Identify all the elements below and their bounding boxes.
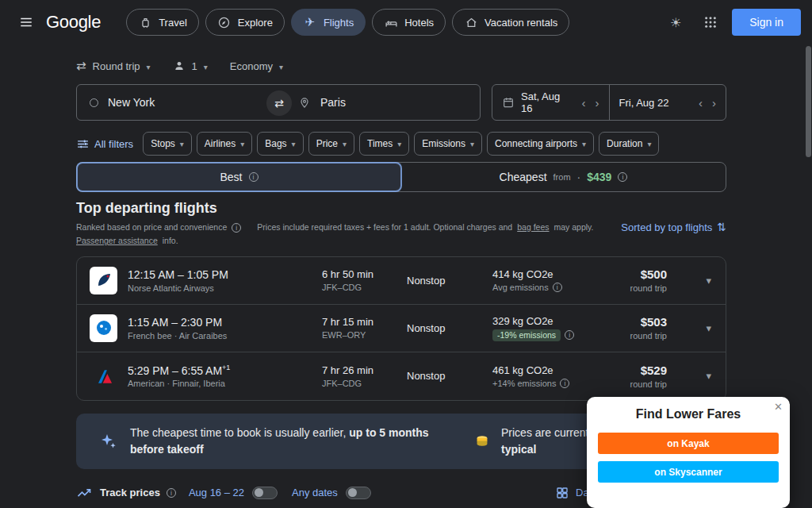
swap-origin-destination-button[interactable] xyxy=(266,90,292,116)
passenger-assistance-link[interactable]: Passenger assistance xyxy=(76,234,158,248)
origin-field[interactable]: New York xyxy=(77,85,271,120)
nav-hotels-label: Hotels xyxy=(404,17,434,29)
tab-cheapest[interactable]: Cheapest from $439 xyxy=(401,163,726,191)
passengers-select[interactable]: 1 xyxy=(173,60,208,72)
cabin-class-select[interactable]: Economy xyxy=(230,60,283,72)
expand-flight-icon[interactable] xyxy=(706,322,711,334)
all-filters-button[interactable]: All filters xyxy=(76,137,138,151)
emissions-note: +14% emissions xyxy=(492,379,556,388)
theme-toggle-icon[interactable] xyxy=(662,9,689,36)
chevron-down-icon xyxy=(470,138,474,149)
filter-chip-bags[interactable]: Bags xyxy=(257,132,303,156)
departure-date-steppers xyxy=(577,96,604,110)
chevron-down-icon xyxy=(343,138,347,149)
return-date-value: Fri, Aug 22 xyxy=(619,97,669,109)
chevron-down-icon xyxy=(279,60,283,72)
google-logo[interactable]: Google xyxy=(46,12,101,33)
calendar-icon xyxy=(502,96,515,109)
filter-chip-price[interactable]: Price xyxy=(308,132,354,156)
chevron-down-icon xyxy=(647,138,651,149)
next-day-icon[interactable] xyxy=(707,96,721,110)
nav-travel-label: Travel xyxy=(159,17,187,29)
emissions-badge: -19% emissions xyxy=(492,329,561,341)
nav-vacation-rentals[interactable]: Vacation rentals xyxy=(452,9,569,36)
nav-flights[interactable]: Flights xyxy=(291,9,366,36)
trend-line-icon xyxy=(76,485,92,501)
info-icon[interactable] xyxy=(618,172,627,182)
fare-type: round trip xyxy=(603,331,667,341)
info-icon[interactable] xyxy=(167,488,176,498)
filter-chip-stops[interactable]: Stops xyxy=(143,132,192,156)
popup-title: Find Lower Fares xyxy=(587,397,790,421)
chip-label: Times xyxy=(367,138,393,149)
all-filters-label: All filters xyxy=(94,138,133,150)
nav-explore[interactable]: Explore xyxy=(205,9,285,36)
chip-label: Stops xyxy=(151,138,175,149)
filter-chip-emissions[interactable]: Emissions xyxy=(414,132,482,156)
filter-chip-connecting-airports[interactable]: Connecting airports xyxy=(487,132,594,156)
tab-cheapest-from: from xyxy=(553,172,571,182)
sorted-by-label: Sorted by top flights xyxy=(621,221,712,233)
result-tabs: Best Cheapest from $439 xyxy=(76,162,726,192)
chevron-down-icon xyxy=(204,60,208,72)
hamburger-icon xyxy=(19,15,33,29)
chip-label: Price xyxy=(316,138,338,149)
info-icon[interactable] xyxy=(560,379,569,388)
filter-chip-airlines[interactable]: Airlines xyxy=(197,132,252,156)
close-icon[interactable] xyxy=(774,401,783,413)
menu-button[interactable] xyxy=(11,7,41,37)
skyscanner-button[interactable]: on Skyscanner xyxy=(598,461,779,483)
filter-chip-duration[interactable]: Duration xyxy=(599,132,659,156)
sparkle-icon xyxy=(98,432,117,451)
chevron-down-icon xyxy=(582,138,586,149)
date-range-label: Aug 16 – 22 xyxy=(189,487,244,498)
main-nav: Travel Explore Flights Hotels Vacation r… xyxy=(126,9,569,36)
flight-row[interactable]: 12:15 AM – 1:05 PM Norse Atlantic Airway… xyxy=(77,257,726,305)
scrollbar[interactable] xyxy=(806,46,811,157)
flight-price: $529 xyxy=(603,364,667,377)
location-pin-icon xyxy=(298,96,311,109)
search-row: New York Paris Sat, Aug 16 xyxy=(76,84,726,121)
previous-day-icon[interactable] xyxy=(694,96,707,110)
tune-icon xyxy=(76,137,90,151)
chevron-down-icon xyxy=(292,138,296,149)
expand-flight-icon[interactable] xyxy=(706,275,711,287)
flight-row[interactable]: 5:29 PM – 6:55 AM+1 American · Finnair, … xyxy=(77,352,726,400)
assistance-end: info. xyxy=(163,234,178,248)
cheapest-time-tip: The cheapest time to book is usually ear… xyxy=(98,425,459,457)
track-range-toggle[interactable] xyxy=(252,487,278,499)
kayak-button[interactable]: on Kayak xyxy=(598,433,779,454)
sort-button[interactable]: Sorted by top flights xyxy=(621,221,726,233)
any-dates-toggle[interactable] xyxy=(346,487,371,499)
nav-travel[interactable]: Travel xyxy=(126,9,199,36)
tab-best[interactable]: Best xyxy=(76,162,402,192)
nav-flights-label: Flights xyxy=(324,17,354,29)
destination-field[interactable]: Paris xyxy=(271,85,480,120)
origin-destination-box: New York Paris xyxy=(76,84,481,121)
chip-label: Connecting airports xyxy=(495,138,577,149)
flight-co2: 461 kg CO2e xyxy=(492,364,603,376)
apps-grid-icon[interactable] xyxy=(697,9,724,36)
departure-date-field[interactable]: Sat, Aug 16 xyxy=(492,85,609,120)
norse-atlantic-logo xyxy=(90,267,117,294)
info-icon[interactable] xyxy=(553,283,562,292)
flight-co2: 414 kg CO2e xyxy=(492,268,603,280)
filter-chip-times[interactable]: Times xyxy=(359,132,409,156)
sign-in-button[interactable]: Sign in xyxy=(732,9,801,36)
trip-type-select[interactable]: Round trip xyxy=(76,59,151,73)
flight-times: 12:15 AM – 1:05 PM xyxy=(128,268,228,281)
info-icon[interactable] xyxy=(232,223,241,233)
fare-type: round trip xyxy=(603,283,667,293)
next-day-icon[interactable] xyxy=(591,96,604,110)
info-icon[interactable] xyxy=(565,330,574,340)
bag-fees-link[interactable]: bag fees xyxy=(517,221,549,234)
info-icon[interactable] xyxy=(249,172,259,182)
expand-flight-icon[interactable] xyxy=(706,370,711,382)
coins-icon xyxy=(473,433,491,450)
flight-duration: 6 hr 50 min xyxy=(322,268,407,280)
return-date-field[interactable]: Fri, Aug 22 xyxy=(610,85,726,120)
destination-value: Paris xyxy=(320,96,346,109)
nav-hotels[interactable]: Hotels xyxy=(372,9,446,36)
flight-row[interactable]: 1:15 AM – 2:30 PM French bee · Air Carai… xyxy=(77,305,726,352)
previous-day-icon[interactable] xyxy=(577,96,591,110)
